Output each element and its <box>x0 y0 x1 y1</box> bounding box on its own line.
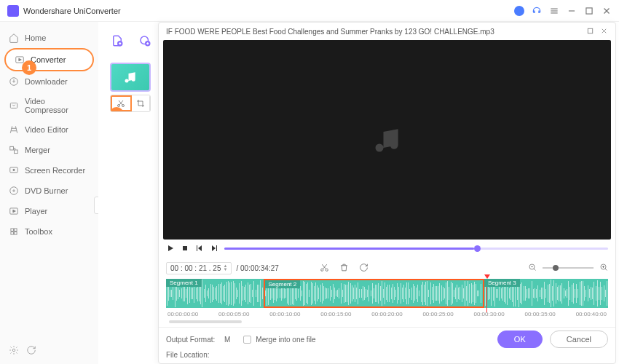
headset-icon[interactable] <box>532 6 542 16</box>
download-icon <box>9 76 19 87</box>
time-ticks: 00:00:00:0000:00:05:0000:00:10:0000:00:1… <box>166 311 608 317</box>
maximize-icon[interactable] <box>584 6 594 16</box>
merge-label: Merge into one file <box>256 336 315 344</box>
cut-button[interactable] <box>320 263 329 274</box>
output-format-value[interactable]: M <box>224 336 230 344</box>
minimize-icon[interactable] <box>567 6 577 16</box>
segment-2[interactable]: Segment 2 <box>264 279 485 308</box>
segment-3[interactable]: Segment 3 <box>484 279 608 308</box>
svg-rect-33 <box>183 246 187 250</box>
editor-filename: IF FOOD WERE PEOPLE Best Food Challenges… <box>166 28 586 36</box>
segment-1[interactable]: Segment 1 <box>166 279 264 308</box>
sidebar-item-converter[interactable]: Converter <box>4 48 94 71</box>
sidebar-label: Player <box>25 207 47 215</box>
player-icon <box>9 206 19 216</box>
zoom-in-button[interactable] <box>599 263 608 273</box>
svg-marker-32 <box>168 245 173 251</box>
sidebar-item-compressor[interactable]: Video Compressor <box>0 92 98 119</box>
titlebar: Wondershare UniConverter <box>0 0 619 22</box>
crop-button[interactable] <box>132 95 151 111</box>
stop-button[interactable] <box>181 244 189 253</box>
menu-icon[interactable] <box>549 6 559 16</box>
add-file-button[interactable] <box>110 33 125 48</box>
svg-marker-34 <box>198 245 202 251</box>
user-avatar-icon[interactable] <box>514 6 524 16</box>
prev-frame-button[interactable] <box>195 244 204 253</box>
app-title: Wondershare UniConverter <box>23 7 514 15</box>
playback-slider[interactable] <box>224 248 608 250</box>
sidebar: Home Converter Downloader Video Compress… <box>0 22 98 364</box>
sidebar-label: Video Editor <box>25 125 68 134</box>
app-logo-icon <box>7 5 19 17</box>
current-time-input[interactable]: 00 : 00 : 21 . 25 ▲▼ <box>166 262 232 274</box>
time-stepper[interactable]: ▲▼ <box>224 264 228 272</box>
add-folder-button[interactable] <box>138 33 152 48</box>
next-frame-button[interactable] <box>210 244 218 253</box>
cancel-button[interactable]: Cancel <box>550 331 608 348</box>
svg-rect-35 <box>197 245 197 251</box>
file-card: 2 <box>110 63 151 112</box>
sidebar-label: Downloader <box>25 77 68 86</box>
sidebar-item-dvd[interactable]: DVD Burner <box>0 181 98 201</box>
output-format-label: Output Format: <box>166 336 218 344</box>
svg-point-38 <box>320 269 323 271</box>
svg-rect-4 <box>586 7 592 13</box>
svg-marker-8 <box>19 58 21 61</box>
trim-editor-panel: IF FOOD WERE PEOPLE Best Food Challenges… <box>158 22 616 364</box>
waveform-area[interactable]: Segment 1 Segment 2 Segment 3 00:00:00:0… <box>159 279 615 327</box>
play-button[interactable] <box>166 244 175 253</box>
sidebar-label: Merger <box>25 146 50 154</box>
svg-rect-19 <box>11 229 13 232</box>
music-note-icon <box>371 124 403 156</box>
content-area: 2 IF FOOD WERE PEOPLE Best Food Challeng… <box>98 22 619 364</box>
sidebar-item-recorder[interactable]: Screen Recorder <box>0 160 98 181</box>
sidebar-item-home[interactable]: Home <box>0 28 98 48</box>
delete-button[interactable] <box>339 263 349 274</box>
svg-marker-18 <box>13 210 15 213</box>
sidebar-item-player[interactable]: Player <box>0 201 98 221</box>
toolbox-icon <box>9 226 19 237</box>
svg-point-15 <box>10 187 18 195</box>
svg-point-23 <box>12 349 15 352</box>
home-icon <box>9 33 19 43</box>
total-time: / 00:00:34:27 <box>236 264 278 272</box>
sidebar-item-toolbox[interactable]: Toolbox <box>0 221 98 242</box>
svg-marker-36 <box>212 245 216 251</box>
svg-rect-21 <box>11 232 13 235</box>
editor-maximize-icon[interactable] <box>586 27 594 36</box>
svg-rect-29 <box>588 28 592 33</box>
sidebar-label: DVD Burner <box>25 186 68 195</box>
dvd-icon <box>9 186 19 196</box>
settings-icon[interactable] <box>9 345 19 358</box>
recorder-icon <box>9 165 19 175</box>
svg-rect-37 <box>216 245 217 251</box>
ok-button[interactable]: OK <box>497 331 543 348</box>
file-location-label: File Location: <box>166 351 218 359</box>
svg-point-39 <box>326 269 328 271</box>
preview-area <box>163 40 611 240</box>
step-badge-1: 1 <box>22 60 36 75</box>
sidebar-item-downloader[interactable]: Downloader <box>0 71 98 92</box>
merge-checkbox[interactable] <box>243 336 251 344</box>
sync-icon[interactable] <box>26 345 36 358</box>
editor-close-icon[interactable] <box>600 27 608 36</box>
sidebar-label: Converter <box>31 55 66 64</box>
timeline-scrollbar[interactable] <box>169 320 242 323</box>
compressor-icon <box>9 100 19 111</box>
sidebar-label: Home <box>25 33 46 42</box>
sidebar-label: Video Compressor <box>25 97 90 114</box>
merger-icon <box>9 145 19 155</box>
zoom-out-button[interactable] <box>528 263 537 273</box>
zoom-slider[interactable] <box>543 267 594 269</box>
sidebar-label: Toolbox <box>25 227 52 236</box>
svg-point-27 <box>118 105 120 107</box>
close-icon[interactable] <box>602 6 612 16</box>
svg-point-16 <box>13 190 15 191</box>
sidebar-item-merger[interactable]: Merger <box>0 140 98 160</box>
sidebar-item-editor[interactable]: Video Editor <box>0 119 98 140</box>
editor-icon <box>9 124 19 135</box>
file-thumbnail[interactable] <box>110 63 151 92</box>
reset-button[interactable] <box>359 263 368 274</box>
svg-rect-11 <box>10 146 14 150</box>
svg-rect-12 <box>15 150 18 154</box>
